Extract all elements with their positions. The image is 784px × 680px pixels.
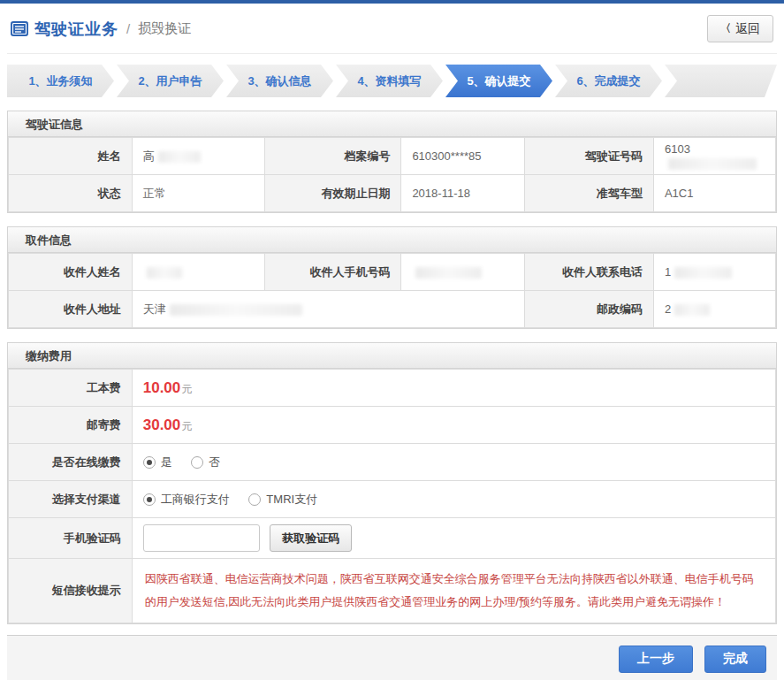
pickup-info-table: 收件人姓名 收件人手机号码 收件人联系电话 1 收件人地址 天津 邮政编码 2 [8,253,776,328]
sms-code-input[interactable] [143,524,260,552]
vehicle-class-label: 准驾车型 [525,175,654,212]
name-value-cell: 高 [132,138,264,175]
step-1-business-notice[interactable]: 1、业务须知 [7,65,114,97]
chevron-left-icon: 〈 [720,21,731,36]
breadcrumb-separator: / [126,21,130,36]
page-header: 驾驶证业务 / 损毁换证 〈 返回 [7,4,777,54]
license-info-table: 姓名 高 档案编号 610300****85 驾驶证号码 6103 状态 正常 … [8,137,776,212]
radio-channel-tmri-label[interactable]: TMRI支付 [266,493,317,506]
production-fee-value-cell: 10.00元 [132,370,775,407]
production-fee-label: 工本费 [9,370,133,407]
sms-notice-text: 因陕西省联通、电信运营商技术问题，陕西省互联网交通安全综合服务管理平台无法向持陕… [132,559,775,623]
table-row: 选择支付渠道 工商银行支付 TMRI支付 [9,481,776,518]
radio-channel-icbc-label[interactable]: 工商银行支付 [161,493,230,506]
pickup-info-section: 取件信息 收件人姓名 收件人手机号码 收件人联系电话 1 收件人地址 天津 邮政… [7,226,777,329]
license-info-section: 驾驶证信息 姓名 高 档案编号 610300****85 驾驶证号码 6103 … [7,111,777,213]
mailing-fee-value: 30.00 [143,416,181,433]
file-no-label: 档案编号 [264,138,401,175]
sms-code-label: 手机验证码 [9,518,133,559]
recipient-mobile-label: 收件人手机号码 [264,254,401,291]
mailing-fee-label: 邮寄费 [9,407,133,444]
breadcrumb-current: 损毁换证 [138,20,191,37]
redacted-value [158,151,201,163]
pickup-info-section-title: 取件信息 [8,227,776,253]
breadcrumb: 驾驶证业务 / 损毁换证 [11,19,191,40]
license-no-value-cell: 6103 [653,138,775,175]
redacted-value [170,304,302,316]
recipient-phone-value-cell: 1 [653,254,775,291]
step-4-fill-data[interactable]: 4、资料填写 [336,65,443,97]
payment-channel-options: 工商银行支付 TMRI支付 [132,481,775,518]
sms-code-cell: 获取验证码 [132,518,775,559]
recipient-address-value-cell: 天津 [132,291,524,328]
recipient-address-label: 收件人地址 [9,291,133,328]
steps-filler [665,65,777,97]
radio-online-no[interactable] [191,456,203,469]
recipient-phone-label: 收件人联系电话 [525,254,654,291]
recipient-name-value-cell [132,254,264,291]
postal-code-value-cell: 2 [653,291,775,328]
status-value: 正常 [132,175,264,212]
redacted-value [415,267,482,279]
redacted-value [668,158,757,170]
table-row: 是否在线缴费 是 否 [9,444,776,481]
finish-button[interactable]: 完成 [704,646,766,673]
table-row: 工本费 10.00元 [9,370,776,407]
table-row: 姓名 高 档案编号 610300****85 驾驶证号码 6103 [9,138,776,175]
page-container: 驾驶证业务 / 损毁换证 〈 返回 1、业务须知 2、用户申告 3、确认信息 4… [0,4,784,680]
postal-code-value: 2 [665,302,671,316]
recipient-mobile-value-cell [401,254,525,291]
payment-section: 缴纳费用 工本费 10.00元 邮寄费 30.00元 是否在线缴费 是 [7,342,777,624]
payment-table: 工本费 10.00元 邮寄费 30.00元 是否在线缴费 是 否 选择支付渠道 [8,369,776,623]
recipient-address-value: 天津 [143,302,166,316]
status-label: 状态 [9,175,133,212]
step-5-confirm-submit[interactable]: 5、确认提交 [445,65,552,97]
table-row: 短信接收提示 因陕西省联通、电信运营商技术问题，陕西省互联网交通安全综合服务管理… [9,559,776,623]
prev-step-button[interactable]: 上一步 [619,646,693,673]
step-3-confirm-info[interactable]: 3、确认信息 [226,65,333,97]
table-row: 收件人姓名 收件人手机号码 收件人联系电话 1 [9,254,776,291]
currency-unit: 元 [181,383,192,395]
step-6-complete-submit[interactable]: 6、完成提交 [555,65,662,97]
license-info-section-title: 驾驶证信息 [8,111,776,137]
name-label: 姓名 [9,138,133,175]
redacted-value [147,267,182,279]
step-2-user-declaration[interactable]: 2、用户申告 [117,65,224,97]
table-row: 邮寄费 30.00元 [9,407,776,444]
page-title: 驾驶证业务 [34,19,118,40]
radio-online-yes-label[interactable]: 是 [161,455,172,469]
production-fee-value: 10.00 [143,379,181,396]
radio-online-no-label[interactable]: 否 [209,455,220,469]
redacted-value [674,267,732,279]
radio-channel-icbc[interactable] [143,493,156,506]
table-row: 收件人地址 天津 邮政编码 2 [9,291,776,328]
expiry-value: 2018-11-18 [401,175,525,212]
online-payment-label: 是否在线缴费 [9,444,133,481]
currency-unit: 元 [181,420,192,432]
payment-section-title: 缴纳费用 [8,343,776,369]
back-button[interactable]: 〈 返回 [707,15,773,42]
table-row: 手机验证码 获取验证码 [9,518,776,559]
name-value: 高 [143,149,155,163]
vehicle-class-value: A1C1 [653,175,775,212]
mailing-fee-value-cell: 30.00元 [132,407,775,444]
license-no-value: 6103 [665,142,690,156]
online-payment-options: 是 否 [132,444,775,481]
payment-channel-label: 选择支付渠道 [9,481,133,518]
license-list-icon [11,21,28,36]
expiry-label: 有效期止日期 [264,175,401,212]
footer-action-bar: 上一步 完成 [7,635,777,680]
redacted-value [674,304,710,316]
table-row: 状态 正常 有效期止日期 2018-11-18 准驾车型 A1C1 [9,175,776,212]
back-button-label: 返回 [735,21,760,37]
recipient-name-label: 收件人姓名 [9,254,133,291]
file-no-value: 610300****85 [401,138,525,175]
radio-online-yes[interactable] [143,456,156,469]
recipient-phone-value: 1 [665,265,671,279]
license-no-label: 驾驶证号码 [525,138,654,175]
postal-code-label: 邮政编码 [525,291,654,328]
wizard-steps: 1、业务须知 2、用户申告 3、确认信息 4、资料填写 5、确认提交 6、完成提… [7,65,777,97]
radio-channel-tmri[interactable] [248,493,261,506]
sms-notice-label: 短信接收提示 [9,559,133,623]
get-code-button[interactable]: 获取验证码 [270,524,352,552]
